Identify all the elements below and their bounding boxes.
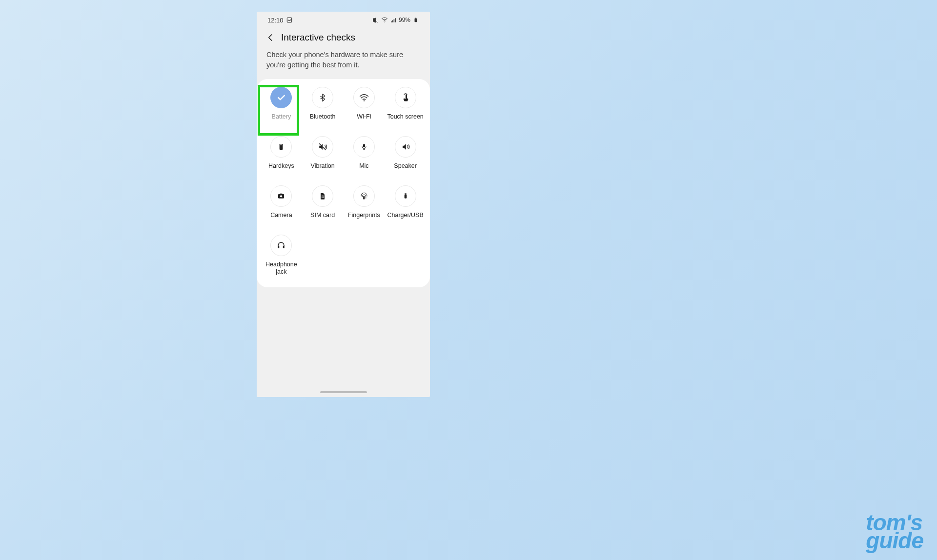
phone-frame: 12:10 99% Interactive checks C: [257, 12, 430, 397]
signal-icon: [390, 17, 397, 23]
svg-rect-0: [287, 18, 291, 22]
svg-rect-17: [283, 246, 285, 248]
svg-rect-15: [406, 194, 406, 194]
svg-rect-6: [280, 144, 282, 145]
status-right: 99%: [372, 17, 419, 23]
gesture-handle[interactable]: [320, 391, 367, 393]
tile-headphone-jack[interactable]: Headphone jack: [261, 235, 302, 276]
tile-label: Wi-Fi: [357, 113, 371, 120]
svg-point-9: [280, 195, 282, 197]
tile-vibration[interactable]: Vibration: [302, 136, 344, 170]
speaker-icon: [395, 136, 416, 158]
tile-bluetooth[interactable]: Bluetooth: [302, 87, 344, 120]
svg-rect-3: [415, 18, 417, 18]
header: Interactive checks: [257, 28, 430, 46]
check-icon: [270, 87, 292, 108]
tile-label: Battery: [272, 113, 291, 120]
svg-point-4: [364, 100, 365, 101]
wifi-status-icon: [381, 17, 388, 23]
tile-touch-screen[interactable]: Touch screen: [385, 87, 426, 120]
camera-icon: [270, 185, 292, 207]
tile-label: Vibration: [311, 162, 335, 170]
phone-rect-icon: [270, 136, 292, 158]
svg-rect-10: [280, 194, 283, 195]
tile-speaker[interactable]: Speaker: [385, 136, 426, 170]
tile-label: Touch screen: [387, 113, 423, 120]
battery-icon: [412, 17, 419, 23]
svg-point-1: [384, 21, 385, 22]
tile-label: Bluetooth: [310, 113, 336, 120]
tile-label: Hardkeys: [268, 162, 294, 170]
tile-sim-card[interactable]: SIM card: [302, 185, 344, 219]
tile-label: SIM card: [310, 212, 335, 219]
battery-percent: 99%: [399, 17, 410, 23]
touch-icon: [395, 87, 416, 108]
back-button[interactable]: [265, 33, 275, 42]
tile-charger-usb[interactable]: Charger/USB: [385, 185, 426, 219]
sim-icon: [312, 185, 333, 207]
svg-rect-11: [322, 196, 324, 198]
watermark-logo: tom's guide: [866, 514, 923, 550]
tile-label: Charger/USB: [387, 212, 423, 219]
screenshot-icon: [286, 17, 293, 23]
usb-icon: [395, 185, 416, 207]
bluetooth-icon: [312, 87, 333, 108]
vibration-icon: [312, 136, 333, 158]
svg-rect-13: [404, 195, 407, 199]
tile-camera[interactable]: Camera: [261, 185, 302, 219]
svg-rect-2: [415, 19, 417, 22]
mute-icon: [372, 17, 379, 23]
status-time: 12:10: [267, 17, 284, 24]
svg-rect-12: [405, 193, 407, 195]
headphone-icon: [270, 235, 292, 256]
page-subtitle: Check your phone's hardware to make sure…: [257, 46, 430, 79]
watermark-line2: guide: [866, 532, 923, 550]
page-title: Interactive checks: [281, 32, 355, 43]
mic-icon: [353, 136, 375, 158]
wifi-icon: [353, 87, 375, 108]
tile-fingerprints[interactable]: Fingerprints: [344, 185, 385, 219]
tile-label: Mic: [359, 162, 368, 170]
status-left: 12:10: [267, 17, 293, 24]
svg-rect-14: [405, 194, 406, 194]
svg-rect-16: [278, 246, 280, 248]
fingerprint-icon: [353, 185, 375, 207]
tile-label: Fingerprints: [348, 212, 380, 219]
svg-rect-7: [363, 144, 365, 147]
tile-battery[interactable]: Battery: [261, 87, 302, 120]
tiles-grid: BatteryBluetoothWi-FiTouch screenHardkey…: [261, 87, 426, 276]
tile-label: Camera: [270, 212, 292, 219]
tile-mic[interactable]: Mic: [344, 136, 385, 170]
status-bar: 12:10 99%: [257, 12, 430, 28]
tile-label: Speaker: [394, 162, 417, 170]
tile-wi-fi[interactable]: Wi-Fi: [344, 87, 385, 120]
tile-hardkeys[interactable]: Hardkeys: [261, 136, 302, 170]
tiles-panel: BatteryBluetoothWi-FiTouch screenHardkey…: [257, 79, 430, 287]
tile-label: Headphone jack: [262, 261, 301, 276]
